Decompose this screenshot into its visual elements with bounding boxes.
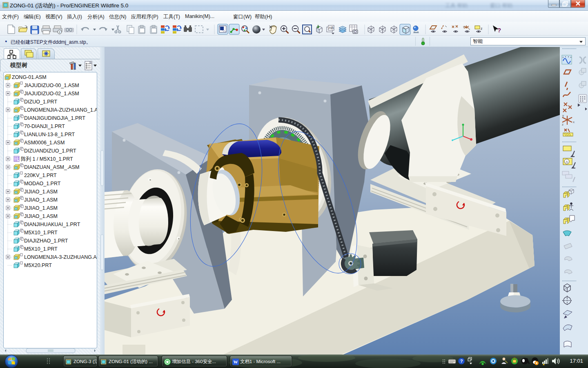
svg-text:M5X10_1.PRT: M5X10_1.PRT <box>24 246 58 252</box>
svg-text:W: W <box>234 359 238 364</box>
svg-text:阵列 1 / M5X10_1.PRT: 阵列 1 / M5X10_1.PRT <box>21 156 73 162</box>
svg-text:y: y <box>562 114 564 117</box>
svg-text:A: A <box>566 160 568 164</box>
svg-text:DIZUANDIZUO_1.PRT: DIZUANDIZUO_1.PRT <box>24 148 76 154</box>
svg-text:JIJIAO_1.ASM: JIJIAO_1.ASM <box>24 213 58 219</box>
svg-text:z: z <box>562 123 564 126</box>
svg-text:220KV_1.PRT: 220KV_1.PRT <box>24 173 57 178</box>
svg-text:AB: AB <box>329 26 334 30</box>
svg-text:JIJIAO_1.ASM: JIJIAO_1.ASM <box>24 197 58 203</box>
svg-text:x: x <box>573 120 575 124</box>
svg-text:MODAO_1.PRT: MODAO_1.PRT <box>24 181 61 186</box>
svg-text:70-DIANJI_1.PRT: 70-DIANJI_1.PRT <box>24 123 65 129</box>
svg-text:LONGMENJIA-3-ZUZHUANG.A: LONGMENJIA-3-ZUZHUANG.A <box>24 254 97 260</box>
svg-text:M5X20.PRT: M5X20.PRT <box>24 263 52 268</box>
svg-text:y: y <box>463 25 464 28</box>
svg-text:JIAJUDIZUO-02_1.ASM: JIAJUDIZUO-02_1.ASM <box>24 91 79 96</box>
svg-text:ZONG-01.ASM: ZONG-01.ASM <box>12 74 47 80</box>
svg-text:JIAJUDIZUO-00_1.ASM: JIAJUDIZUO-00_1.ASM <box>24 83 79 88</box>
svg-text:i: i <box>59 30 60 34</box>
svg-text:DIANJIGUDINGJIA_1.PRT: DIANJIGUDINGJIA_1.PRT <box>24 115 85 121</box>
svg-text:LONGMENJIA-ZUZHUANG_1.A: LONGMENJIA-ZUZHUANG_1.A <box>24 107 97 113</box>
svg-text:DIANJIHUAKUAI_1.PRT: DIANJIHUAKUAI_1.PRT <box>24 222 80 227</box>
svg-text:x: x <box>469 28 470 30</box>
svg-text:JIJIAO_1.ASM: JIJIAO_1.ASM <box>24 189 58 195</box>
svg-text:M5X10_1.PRT: M5X10_1.PRT <box>24 230 58 236</box>
svg-text:LIANLUN-13-8_1.PRT: LIANLUN-13-8_1.PRT <box>24 132 75 137</box>
svg-text:ASM0006_1.ASM: ASM0006_1.ASM <box>24 140 65 146</box>
svg-text:z: z <box>481 27 483 31</box>
svg-text:DIAJIZHAO_1.PRT: DIAJIZHAO_1.PRT <box>24 238 68 244</box>
svg-text:?: ? <box>460 359 463 364</box>
svg-text:JIJIAO_1.ASM: JIJIAO_1.ASM <box>24 205 58 211</box>
svg-text:DIZUO_1.PRT: DIZUO_1.PRT <box>24 99 57 105</box>
svg-text:DIANZUAN_ASM_.ASM: DIANZUAN_ASM_.ASM <box>24 164 79 170</box>
svg-text:?: ? <box>497 27 501 34</box>
